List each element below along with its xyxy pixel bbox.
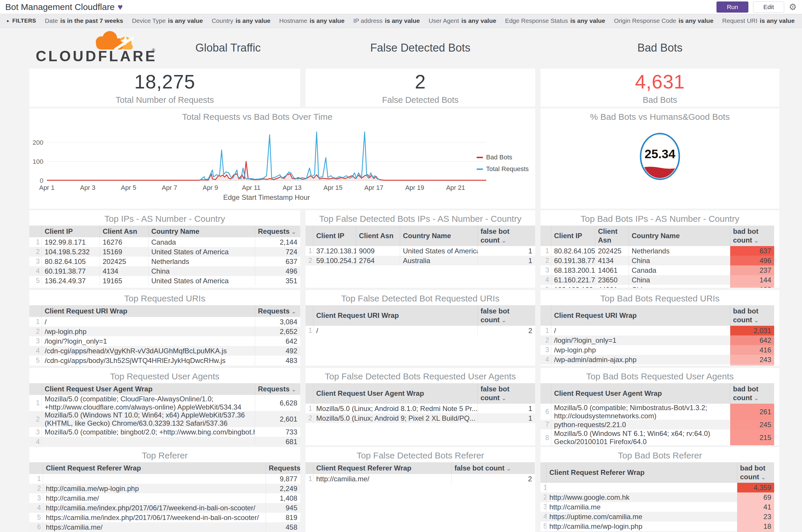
filter-item-country[interactable]: Countryis any value (212, 17, 271, 24)
filter-item-edge-response-status[interactable]: Edge Response Statusis any value (505, 17, 605, 24)
filter-item-date[interactable]: Dateis in the past 7 weeks (45, 17, 123, 24)
count-cell[interactable]: 681 (255, 437, 300, 445)
column-header-false-bot-count[interactable]: false bot count⌄ (452, 462, 535, 474)
table-cell[interactable]: Mozilla/5.0 (Windows NT 6.1; Win64; x64;… (551, 430, 730, 445)
table-cell[interactable]: 23650 (595, 275, 629, 285)
column-header-requests[interactable]: Requests⌄ (255, 226, 300, 237)
count-cell[interactable]: 215 (730, 430, 774, 445)
table-cell[interactable]: https://uptime.com/camilia.me (546, 512, 737, 521)
count-cell[interactable]: 2 (477, 326, 535, 336)
count-cell[interactable]: 2,601 (255, 411, 300, 427)
table-cell[interactable]: 44981 (595, 285, 629, 288)
table-cell[interactable]: / (42, 317, 255, 327)
count-cell[interactable]: 1 (477, 246, 535, 256)
table-cell[interactable]: /wp-admin/admin-ajax.php (551, 355, 730, 364)
table-cell[interactable]: / (313, 326, 477, 336)
filter-item-hostname[interactable]: Hostnameis any value (279, 17, 344, 24)
column-header-requests[interactable]: Requests⌄ (255, 383, 300, 395)
legend-item-total-requests[interactable]: Total Requests (477, 165, 529, 173)
count-cell[interactable]: 261 (730, 404, 774, 420)
count-cell[interactable]: 1,408 (266, 493, 300, 503)
count-cell[interactable]: 637 (730, 246, 774, 256)
table-cell[interactable]: 19165 (100, 276, 148, 286)
count-cell[interactable]: 458 (266, 522, 300, 532)
table-cell[interactable]: 202425 (100, 256, 148, 266)
column-header-requests[interactable]: Requests⌄ (255, 305, 300, 317)
count-cell[interactable]: 243 (730, 355, 774, 364)
table-cell[interactable]: /wp-login.php (42, 327, 255, 336)
table-cell[interactable]: Mozilla/5.0 (compatible; Nimbostratus-Bo… (551, 404, 730, 420)
count-cell[interactable]: 642 (730, 336, 774, 345)
run-button[interactable]: Run (717, 1, 748, 13)
count-cell[interactable]: 492 (255, 346, 300, 356)
column-header-false-bot-count[interactable]: false bot count⌄ (477, 226, 535, 246)
column-header-bad-bot-count[interactable]: bad bot count⌄ (730, 305, 774, 326)
count-cell[interactable]: 41 (737, 502, 774, 512)
table-cell[interactable]: http://camilia.me/index.php/2017/06/17/w… (43, 503, 266, 513)
table-cell[interactable]: Canada (629, 265, 730, 275)
table-cell[interactable]: 68.183.200.167 (551, 265, 595, 275)
column-header-bad-bot-count[interactable]: bad bot count⌄ (730, 226, 774, 246)
table-cell[interactable]: Mozilla/5.0 (compatible; bingbot/2.0; +h… (42, 427, 255, 437)
table-cell[interactable]: http://camilia.me/wp-login.php (43, 484, 266, 493)
table-cell[interactable]: 4134 (595, 256, 629, 265)
column-header-bad-bot-count[interactable]: bad bot count⌄ (730, 383, 774, 404)
count-cell[interactable]: 416 (730, 345, 774, 355)
filter-item-request-uri[interactable]: Request URIis any value (722, 17, 795, 24)
count-cell[interactable]: 1 (477, 413, 535, 423)
count-cell[interactable]: 2,031 (730, 326, 774, 336)
count-cell[interactable]: 637 (255, 256, 300, 266)
count-cell[interactable]: 2 (452, 474, 535, 484)
table-cell[interactable]: United States of America (148, 276, 255, 286)
table-cell[interactable]: python-requests/2.21.0 (551, 420, 730, 430)
table-cell[interactable]: http://camilia.me/wp-login.php (546, 521, 737, 531)
table-cell[interactable]: http://www.google.com.hk (546, 492, 737, 502)
count-cell[interactable]: 6,628 (255, 395, 300, 411)
count-cell[interactable]: 133 (730, 285, 774, 288)
column-header-bad-bot-count[interactable]: bad bot count⌄ (737, 462, 774, 483)
table-cell[interactable]: 80.82.64.105 (551, 246, 595, 256)
filter-item-origin-response-code[interactable]: Origin Response Codeis any value (614, 17, 713, 24)
count-cell[interactable]: 351 (255, 276, 300, 286)
table-cell[interactable]: China (629, 256, 730, 265)
count-cell[interactable]: 724 (255, 247, 300, 256)
count-cell[interactable]: 18 (737, 521, 774, 531)
filter-item-ip-address[interactable]: IP addressis any value (353, 17, 420, 24)
count-cell[interactable]: 483 (255, 356, 300, 365)
table-cell[interactable]: /wp-login.php (551, 345, 730, 355)
table-cell[interactable]: http://camilia.me/ (313, 474, 452, 484)
table-cell[interactable]: China (629, 285, 730, 288)
filter-item-user-agent[interactable]: User Agentis any value (428, 17, 496, 24)
count-cell[interactable]: 733 (255, 427, 300, 437)
count-cell[interactable]: 23 (737, 512, 774, 521)
table-cell[interactable]: 4134 (100, 266, 148, 276)
table-cell[interactable]: China (629, 275, 730, 285)
table-cell[interactable]: /cdn-cgi/apps/head/xVgyKhR-vV3dAUGhMqfBc… (42, 346, 255, 356)
column-header-false-bot-count[interactable]: false bot count⌄ (477, 383, 535, 404)
table-cell[interactable]: 123.163.133.153 (551, 285, 595, 288)
count-cell[interactable]: 2,652 (255, 327, 300, 336)
edit-button[interactable]: Edit (753, 1, 784, 13)
count-cell[interactable]: 144 (730, 275, 774, 285)
table-cell[interactable]: /login/?login_only=1 (551, 336, 730, 345)
count-cell[interactable]: 245 (730, 420, 774, 430)
legend-item-bad-bots[interactable]: Bad Bots (477, 153, 529, 161)
table-cell[interactable] (42, 437, 255, 445)
table-cell[interactable]: United States of America (400, 246, 477, 256)
table-cell[interactable]: 202425 (595, 246, 629, 256)
count-cell[interactable]: 642 (255, 336, 300, 346)
table-cell[interactable]: Netherlands (148, 256, 255, 266)
table-cell[interactable]: https://camilia.me/index.php/2017/06/17/… (43, 513, 266, 522)
count-cell[interactable]: 9,877 (266, 474, 300, 484)
table-cell[interactable]: Canada (148, 237, 255, 247)
table-cell[interactable]: 80.82.64.105 (42, 256, 100, 266)
gear-icon[interactable]: ⚙ (789, 3, 797, 12)
table-cell[interactable]: 192.99.8.171 (42, 237, 100, 247)
count-cell[interactable]: 496 (730, 256, 774, 265)
table-cell[interactable]: 15169 (100, 247, 148, 256)
table-cell[interactable]: 60.191.38.77 (42, 266, 100, 276)
table-cell[interactable]: Australia (400, 256, 477, 265)
count-cell[interactable]: 945 (266, 503, 300, 513)
table-cell[interactable]: 104.198.5.232 (42, 247, 100, 256)
table-cell[interactable]: 136.24.49.37 (42, 276, 100, 286)
